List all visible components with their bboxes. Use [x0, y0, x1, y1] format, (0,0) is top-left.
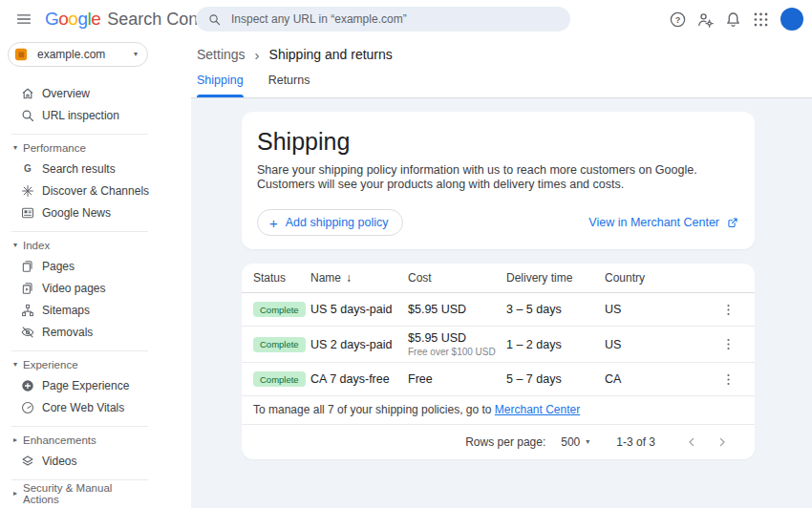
tabs: Shipping Returns: [191, 71, 812, 97]
removals-icon: [20, 325, 35, 340]
delivery-time: 3 – 5 days: [506, 303, 605, 316]
caret-down-icon: ▾: [13, 242, 17, 249]
policy-cost: $5.95 USDFree over $100 USD: [408, 331, 506, 357]
sidebar-item-label: URL inspection: [42, 109, 119, 122]
rows-per-page-value: 500: [561, 435, 580, 449]
sidebar-item-url-inspection[interactable]: URL inspection: [0, 104, 191, 126]
sidebar-item-video-pages[interactable]: Video pages: [0, 277, 191, 299]
manage-accounts-icon[interactable]: [693, 7, 717, 32]
menu-icon[interactable]: [11, 7, 36, 32]
add-shipping-policy-button[interactable]: + Add shipping policy: [257, 209, 403, 236]
sidebar-item-videos[interactable]: Videos: [0, 450, 191, 472]
property-selector[interactable]: example.com ▾: [8, 42, 148, 67]
shipping-description: Share your shipping policy information w…: [257, 163, 739, 192]
url-inspect-searchbar[interactable]: [196, 7, 570, 32]
column-header-name[interactable]: Name↓: [310, 271, 408, 285]
column-header-cost[interactable]: Cost: [408, 271, 506, 285]
sidebar-section-index[interactable]: ▾Index: [11, 236, 148, 255]
sitemaps-icon: [20, 303, 35, 318]
policy-name: CA 7 days-free: [310, 372, 408, 386]
breadcrumb-settings[interactable]: Settings: [197, 47, 246, 62]
policy-name: US 2 days-paid: [310, 338, 408, 351]
sidebar-section-label: Enhancements: [23, 434, 96, 446]
sidebar-section-label: Security & Manual Actions: [23, 482, 148, 505]
search-icon: [207, 12, 222, 27]
sidebar-item-google-news[interactable]: Google News: [0, 201, 191, 223]
sidebar-item-discover-channels[interactable]: Discover & Channels: [0, 180, 191, 201]
country: US: [605, 338, 716, 351]
country: US: [605, 303, 716, 316]
caret-down-icon: ▾: [13, 361, 17, 369]
video-pages-icon: [20, 281, 35, 296]
policy-cost: $5.95 USD: [408, 303, 506, 316]
caret-down-icon: ▾: [13, 144, 17, 152]
sidebar-item-overview[interactable]: Overview: [0, 82, 191, 104]
pagination-prev-button[interactable]: [680, 431, 703, 454]
help-icon[interactable]: ?: [665, 7, 690, 32]
topbar-actions: ?: [665, 0, 803, 38]
breadcrumb-current: Shipping and returns: [269, 47, 393, 62]
sidebar-item-core-web-vitals[interactable]: Core Web Vitals: [0, 396, 191, 418]
sidebar-section-performance[interactable]: ▾Performance: [11, 138, 148, 158]
svg-text:?: ?: [674, 14, 680, 24]
column-label: Cost: [408, 271, 432, 285]
sidebar-section-experience[interactable]: ▾Experience: [11, 355, 148, 374]
search-icon: [20, 108, 35, 123]
column-header-country[interactable]: Country: [605, 271, 716, 285]
sidebar-item-removals[interactable]: Removals: [0, 321, 191, 343]
logo-letter: o: [58, 9, 68, 29]
sidebar: example.com ▾ OverviewURL inspection▾Per…: [0, 38, 191, 508]
status-badge: Complete: [253, 302, 306, 317]
breadcrumb: Settings › Shipping and returns: [191, 38, 812, 71]
rows-per-page-select[interactable]: 500 ▾: [561, 435, 589, 449]
column-header-status[interactable]: Status: [253, 271, 310, 285]
svg-text:G: G: [24, 163, 32, 174]
logo-letter: e: [91, 9, 100, 29]
url-inspect-input[interactable]: [231, 12, 559, 26]
sidebar-item-pages[interactable]: Pages: [0, 255, 191, 277]
column-label: Country: [605, 271, 645, 285]
videos-icon: [20, 454, 35, 469]
row-menu-button[interactable]: [716, 368, 739, 391]
table-row: CompleteUS 2 days-paid$5.95 USDFree over…: [242, 327, 755, 363]
status-badge: Complete: [253, 371, 306, 387]
sidebar-item-label: Core Web Vitals: [42, 401, 124, 414]
google-g-icon: G: [20, 161, 35, 177]
sidebar-item-label: Discover & Channels: [42, 184, 149, 198]
sidebar-section: ▾ExperiencePage ExperienceCore Web Vital…: [11, 350, 148, 426]
sidebar-item-page-experience[interactable]: Page Experience: [0, 374, 191, 396]
country: CA: [605, 372, 716, 386]
sidebar-item-label: Page Experience: [42, 379, 129, 392]
sidebar-section: ▾PerformanceGSearch resultsDiscover & Ch…: [11, 134, 148, 231]
merchant-center-footer-link[interactable]: Merchant Center: [495, 403, 580, 416]
plus-icon: +: [269, 216, 278, 230]
sidebar-item-label: Google News: [42, 206, 111, 220]
policy-cost: Free: [408, 372, 506, 386]
logo-letter: G: [45, 9, 58, 29]
notifications-icon[interactable]: [720, 7, 745, 32]
table-row: CompleteCA 7 days-freeFree5 – 7 daysCA: [242, 363, 755, 396]
sidebar-section-security-manual-actions[interactable]: ▸Security & Manual Actions: [11, 484, 148, 503]
delivery-time: 5 – 7 days: [506, 372, 605, 386]
sidebar-item-search-results[interactable]: GSearch results: [0, 158, 191, 180]
status-badge: Complete: [253, 337, 306, 352]
sidebar-item-label: Overview: [42, 87, 90, 100]
column-header-delivery-time[interactable]: Delivery time: [506, 271, 605, 285]
sidebar-section-label: Performance: [23, 142, 86, 154]
table-footer-note: To manage all 7 of your shipping policie…: [242, 396, 755, 425]
table-header-row: StatusName↓CostDelivery timeCountry: [242, 264, 755, 293]
sidebar-item-sitemaps[interactable]: Sitemaps: [0, 299, 191, 321]
description-line-2: Customers will see your products along w…: [257, 178, 739, 192]
tab-shipping[interactable]: Shipping: [197, 71, 244, 97]
view-in-merchant-center-link[interactable]: View in Merchant Center: [588, 216, 739, 229]
row-menu-button[interactable]: [716, 333, 739, 356]
column-label: Name: [310, 271, 341, 285]
sidebar-section-enhancements[interactable]: ▸Enhancements: [11, 431, 148, 450]
property-icon: [13, 47, 29, 62]
tab-returns[interactable]: Returns: [268, 71, 310, 97]
shipping-policies-table: StatusName↓CostDelivery timeCountry Comp…: [242, 264, 755, 459]
apps-grid-icon[interactable]: [748, 7, 773, 32]
row-menu-button[interactable]: [716, 298, 739, 321]
pagination-next-button[interactable]: [711, 431, 734, 454]
avatar[interactable]: [780, 8, 803, 31]
